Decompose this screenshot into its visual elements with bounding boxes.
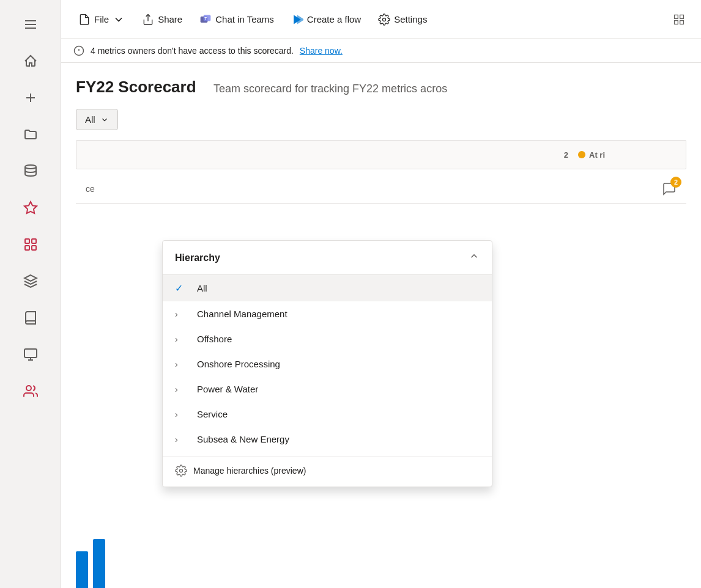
chat-label: Chat in Teams <box>215 14 274 24</box>
flow-label: Create a flow <box>307 14 361 24</box>
dropdown-title: Hierarchy <box>175 252 220 263</box>
content-area: FY22 Scorecard Team scorecard for tracki… <box>61 63 701 588</box>
dropdown-collapse-button[interactable] <box>469 251 480 265</box>
view-icon <box>673 13 685 26</box>
share-now-link[interactable]: Share now. <box>300 46 343 56</box>
dropdown-header: Hierarchy <box>163 241 492 275</box>
dropdown-item-service[interactable]: › Service <box>163 402 492 427</box>
sidebar-item-menu[interactable] <box>13 7 48 42</box>
comment-icon-wrap: 2 <box>662 182 677 196</box>
view-toggle-button[interactable] <box>667 7 691 32</box>
expand-icon-6: › <box>175 435 187 444</box>
share-label: Share <box>158 14 182 24</box>
main-content: File Share T Chat in Teams <box>61 0 701 588</box>
expand-icon-3: › <box>175 359 187 369</box>
svg-rect-23 <box>675 20 678 24</box>
svg-rect-24 <box>680 20 684 24</box>
sidebar-item-pages[interactable] <box>13 337 48 372</box>
flow-icon <box>291 13 303 26</box>
scorecard-description: Team scorecard for tracking FY22 metrics… <box>213 83 447 95</box>
col-at-risk-header: At ri <box>578 150 676 160</box>
file-chevron-icon <box>113 13 125 26</box>
filter-label: All <box>85 114 95 125</box>
svg-point-5 <box>25 165 36 169</box>
svg-point-28 <box>180 469 183 472</box>
chart-area <box>76 539 105 588</box>
col-count-header: 2 <box>495 150 568 160</box>
sidebar-item-docs[interactable] <box>13 301 48 335</box>
svg-rect-8 <box>25 246 29 250</box>
filter-chevron-icon <box>100 116 109 124</box>
hierarchy-dropdown: Hierarchy ✓ All › Channel Management › <box>162 240 492 487</box>
manage-hierarchies-button[interactable]: Manage hierarchies (preview) <box>163 457 492 477</box>
filter-row: All <box>76 109 686 130</box>
item-label-power-water: Power & Water <box>197 384 480 394</box>
svg-rect-10 <box>24 349 37 358</box>
dropdown-item-onshore-processing[interactable]: › Onshore Processing <box>163 351 492 377</box>
col-at-risk-label: At ri <box>589 150 605 160</box>
comment-badge: 2 <box>670 177 681 188</box>
comment-row: ce 2 <box>76 174 686 204</box>
svg-rect-22 <box>680 15 684 18</box>
svg-rect-9 <box>32 246 36 250</box>
share-icon <box>142 13 154 26</box>
sidebar-item-learn[interactable] <box>13 264 48 298</box>
svg-text:T: T <box>205 16 207 20</box>
collapse-icon <box>469 251 480 262</box>
sidebar-item-home[interactable] <box>13 44 48 78</box>
item-label-offshore: Offshore <box>197 334 480 344</box>
svg-marker-19 <box>297 15 303 24</box>
settings-icon <box>378 13 390 26</box>
manage-settings-icon <box>175 465 187 477</box>
svg-point-20 <box>383 18 386 21</box>
flow-button[interactable]: Create a flow <box>284 9 368 31</box>
dropdown-item-subsea[interactable]: › Subsea & New Energy <box>163 427 492 452</box>
expand-icon-4: › <box>175 384 187 394</box>
manage-hierarchies-label: Manage hierarchies (preview) <box>193 466 306 476</box>
file-icon <box>78 13 91 26</box>
scorecard-title: FY22 Scorecard <box>76 78 196 96</box>
settings-label: Settings <box>394 14 427 24</box>
info-bar: 4 metrics owners don't have access to th… <box>61 39 701 63</box>
scorecard-header: FY22 Scorecard Team scorecard for tracki… <box>76 78 686 97</box>
expand-icon-1: › <box>175 309 187 319</box>
status-dot <box>578 151 585 158</box>
teams-icon: T <box>199 13 212 26</box>
dropdown-item-all[interactable]: ✓ All <box>163 275 492 301</box>
sidebar-item-data[interactable] <box>13 154 48 188</box>
info-icon <box>73 45 84 56</box>
svg-rect-21 <box>675 15 678 18</box>
file-label: File <box>94 14 109 24</box>
share-button[interactable]: Share <box>135 9 190 31</box>
svg-rect-7 <box>32 239 36 243</box>
expand-icon-5: › <box>175 410 187 419</box>
dropdown-item-offshore[interactable]: › Offshore <box>163 326 492 351</box>
sidebar-item-people[interactable] <box>13 374 48 408</box>
hierarchy-filter-button[interactable]: All <box>76 109 118 130</box>
item-label-channel-management: Channel Management <box>197 309 480 319</box>
settings-button[interactable]: Settings <box>371 9 434 31</box>
table-header: 2 At ri <box>76 140 686 169</box>
item-label-service: Service <box>197 409 480 419</box>
svg-rect-6 <box>25 239 29 243</box>
sidebar <box>0 0 61 588</box>
item-label-subsea: Subsea & New Energy <box>197 434 480 444</box>
svg-point-13 <box>26 386 31 391</box>
check-icon: ✓ <box>175 282 187 294</box>
chart-bar-1 <box>76 551 88 588</box>
file-button[interactable]: File <box>71 9 132 31</box>
col-service-label: ce <box>86 184 652 194</box>
expand-icon-2: › <box>175 334 187 344</box>
dropdown-item-power-water[interactable]: › Power & Water <box>163 377 492 402</box>
chat-button[interactable]: T Chat in Teams <box>192 9 281 31</box>
item-label-all: All <box>197 283 480 293</box>
sidebar-item-goals[interactable] <box>13 191 48 225</box>
dropdown-item-channel-management[interactable]: › Channel Management <box>163 301 492 326</box>
chart-bar-2 <box>93 539 105 588</box>
toolbar: File Share T Chat in Teams <box>61 0 701 39</box>
info-message: 4 metrics owners don't have access to th… <box>91 46 294 56</box>
sidebar-item-browse[interactable] <box>13 117 48 152</box>
item-label-onshore-processing: Onshore Processing <box>197 359 480 369</box>
sidebar-item-apps[interactable] <box>13 227 48 262</box>
sidebar-item-create[interactable] <box>13 81 48 115</box>
